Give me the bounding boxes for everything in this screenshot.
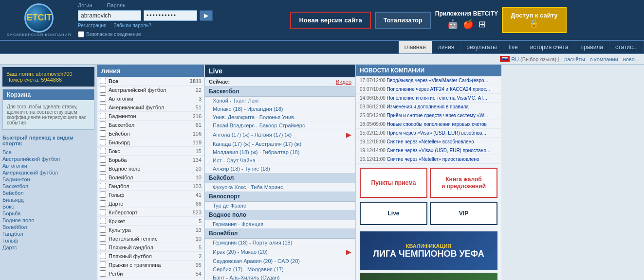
sport-checkbox[interactable] (100, 235, 106, 242)
sport-checkbox[interactable] (100, 253, 106, 259)
raschety-link[interactable]: расчёты (564, 56, 585, 62)
live-match[interactable]: Молдавия (18) (ж) - Гибралтар (18) (205, 148, 355, 157)
news-item[interactable]: 14.06/16:00 Пополнение и снятие тенге на… (356, 94, 501, 103)
live-match[interactable]: Германия - Франция (205, 220, 355, 228)
quick-nav-boxing[interactable]: Бокс (2, 203, 94, 210)
sport-item-volleyball[interactable]: Волейбол 10 (97, 173, 204, 182)
nav-item-liniya[interactable]: линия (432, 41, 461, 53)
live-match[interactable]: Пасай Воаджерс - Бакоор Страйкерс (205, 122, 355, 130)
sport-item-boxing[interactable]: Бокс 15 (97, 147, 204, 156)
nav-item-history[interactable]: история счёта (524, 41, 575, 53)
android-icon[interactable]: 🤖 (447, 19, 458, 30)
quick-nav-waterpolo[interactable]: Водное поло (2, 217, 94, 224)
quick-nav-volleyball[interactable]: Волейбол (2, 224, 94, 230)
sport-item-wrestling[interactable]: Борьба 134 (97, 156, 204, 164)
sport-item-cricket[interactable]: Крикет 5 (97, 217, 204, 226)
quick-nav-austfootball[interactable]: Австралийский футбол (2, 156, 94, 162)
sport-item-handball[interactable]: Гандбол 103 (97, 182, 204, 191)
sport-item-golf[interactable]: Гольф 41 (97, 191, 204, 199)
sport-item-billiard[interactable]: Бильярд 119 (97, 138, 204, 147)
sport-item-beachfootball[interactable]: Пляжный футбол 2 (97, 252, 204, 261)
live-match[interactable]: Сербия (17) - Молдавия (17) (205, 265, 355, 274)
news-item[interactable]: 15.02/12:00 Приём через «Visa» (USD, EUR… (356, 129, 501, 138)
sport-checkbox[interactable] (100, 148, 106, 154)
news-item[interactable]: 08.06/12:00 Изменения и дополнения в пра… (356, 103, 501, 111)
news-item[interactable]: 03.07/10:00 Пополнение через ATF24 и КАС… (356, 85, 501, 94)
sport-item-all[interactable]: Все 3811 (97, 77, 204, 86)
live-match[interactable]: Унив. Демокрита - Болонья Унив. (205, 113, 355, 122)
sport-checkbox[interactable] (100, 157, 106, 163)
sport-item-amfootball[interactable]: Американский футбол 51 (97, 103, 204, 112)
live-match[interactable]: Саудовская Аравия (20) - ОАЭ (20) (205, 257, 355, 265)
sport-item-waterpolo[interactable]: Водное поло 20 (97, 164, 204, 173)
sport-checkbox[interactable] (100, 227, 106, 233)
login-input[interactable] (78, 10, 141, 21)
forgot-password-link[interactable]: Забыли пароль? (113, 23, 151, 28)
sport-checkbox[interactable] (100, 165, 106, 172)
live-service-button[interactable]: Live (360, 202, 427, 225)
live-match[interactable]: Фукуока Хокс - Тиба Мэринс (205, 183, 355, 192)
sport-checkbox[interactable] (100, 95, 106, 102)
video-link[interactable]: Видео (336, 79, 351, 85)
live-match[interactable]: Германия (18) - Португалия (18) (205, 239, 355, 247)
new-site-button[interactable]: Новая версия сайта (290, 12, 370, 29)
live-match[interactable]: Канада (17) (ж) - Австралия (17) (ж) (205, 140, 355, 148)
sport-checkbox[interactable] (100, 130, 106, 137)
quick-nav-billiard[interactable]: Бильярд (2, 196, 94, 203)
punkty-priema-button[interactable]: Пункты приема (360, 168, 427, 198)
sport-checkbox-all[interactable] (100, 78, 106, 84)
about-link[interactable]: о компании (590, 56, 618, 62)
access-button[interactable]: Доступ к сайту 🔒 (502, 7, 566, 33)
password-input[interactable] (144, 10, 197, 21)
sport-item-jumping[interactable]: Прыжки с трамплина 95 (97, 261, 204, 269)
sport-checkbox[interactable] (100, 192, 106, 198)
live-match[interactable]: Ханой - Тханг Лонг (205, 97, 355, 105)
quick-nav-amfootball[interactable]: Американский футбол (2, 169, 94, 176)
nav-item-results[interactable]: результаты (460, 41, 503, 53)
live-match[interactable]: Монако (18) - Ирландия (18) (205, 105, 355, 113)
sport-checkbox[interactable] (100, 270, 106, 277)
nav-item-live[interactable]: live (503, 41, 524, 53)
news-item[interactable]: 17.07/12:00 Ввод/вывод через «Visa/Maste… (356, 76, 501, 85)
totalizator-button[interactable]: Тотализатор (375, 12, 431, 29)
europa-league-banner[interactable]: ЛИГА ЕВРОПЫ УЕФА (360, 273, 497, 280)
quick-nav-all[interactable]: Все (2, 149, 94, 156)
quick-nav-handball[interactable]: Гандбол (2, 230, 94, 237)
nav-item-glavnaya[interactable]: главная (399, 41, 432, 53)
sport-item-rugby[interactable]: Регби 54 (97, 269, 204, 278)
quick-nav-basketball[interactable]: Баскетбол (2, 183, 94, 190)
sport-item-esports[interactable]: Киберспорт 823 (97, 208, 204, 217)
sport-checkbox[interactable] (100, 122, 106, 128)
news-item[interactable]: 19.12/18:00 Снятие через «Neteller» возо… (356, 138, 501, 146)
sport-checkbox[interactable] (100, 200, 106, 207)
secure-checkbox[interactable] (78, 31, 84, 37)
sport-item-basketball[interactable]: Баскетбол 81 (97, 121, 204, 129)
live-match[interactable]: Бант - Аль-Хиляль (Судан) (205, 274, 355, 280)
lang-select[interactable]: (Выбор языка) (520, 56, 556, 62)
sport-item-culture[interactable]: Культура 13 (97, 226, 204, 234)
sport-checkbox[interactable] (100, 87, 106, 93)
register-link[interactable]: Регистрация (78, 23, 106, 28)
sport-checkbox[interactable] (100, 139, 106, 145)
live-match[interactable]: Ирак (20) - Макао (20)▶ (205, 247, 355, 257)
sport-item-darts[interactable]: Дартс 66 (97, 199, 204, 208)
sport-item-austfootball[interactable]: Австралийский футбол 22 (97, 86, 204, 94)
live-match[interactable]: Ист - Саут Чайна (205, 157, 355, 165)
news-item[interactable]: 19.12/14:00 Снятие через «Visa» (USD, EU… (356, 146, 501, 155)
quick-nav-badminton[interactable]: Бадминтон (2, 176, 94, 183)
sport-item-baseball[interactable]: Бейсбол 106 (97, 129, 204, 138)
sport-checkbox[interactable] (100, 174, 106, 180)
quick-nav-golf[interactable]: Гольф (2, 237, 94, 244)
sport-item-beachhandball[interactable]: Пляжный гандбол 5 (97, 243, 204, 252)
sport-checkbox[interactable] (100, 218, 106, 224)
apple-icon[interactable]: 🍎 (463, 19, 474, 30)
sport-checkbox[interactable] (100, 104, 106, 110)
quick-nav-baseball[interactable]: Бейсбол (2, 190, 94, 196)
sport-checkbox[interactable] (100, 262, 106, 268)
kniga-zhalob-button[interactable]: Книга жалоб и предложений (430, 168, 497, 198)
live-match[interactable]: Ангола (17) (ж) - Латвия (17) (ж)▶ (205, 130, 355, 140)
quick-nav-wrestling[interactable]: Борьба (2, 210, 94, 217)
login-submit-button[interactable]: ▶ (200, 10, 213, 21)
news-link[interactable]: ново... (623, 56, 639, 62)
news-item[interactable]: 25.05/12:00 Приём и снятие средств через… (356, 111, 501, 120)
